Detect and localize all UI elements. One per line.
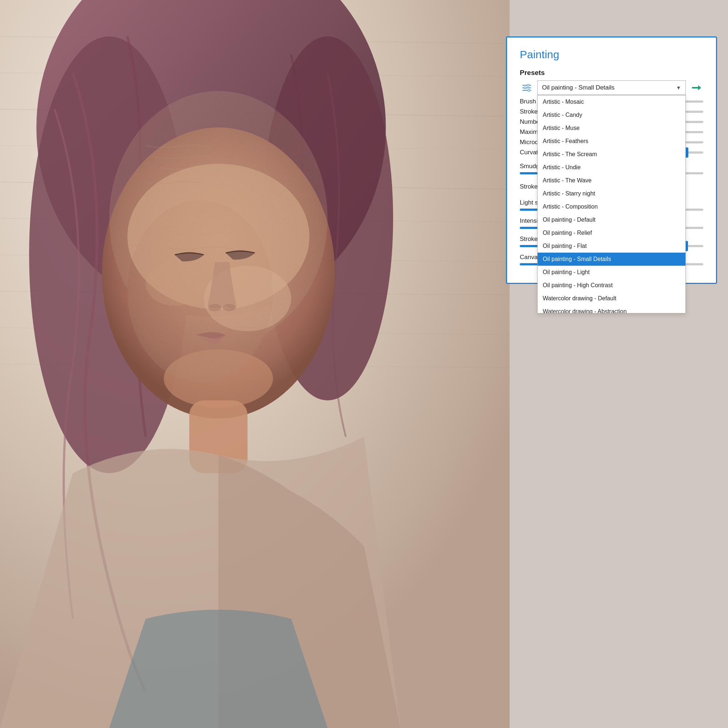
dropdown-item-16[interactable]: Watercolor drawing - Abstraction	[538, 305, 685, 314]
presets-row: Oil painting - Small Details ▼ Artistic …	[520, 80, 703, 95]
dropdown-item-12[interactable]: Oil painting - Small Details	[538, 252, 685, 266]
dropdown-item-1[interactable]: Artistic - Candy	[538, 109, 685, 122]
portrait-background	[0, 0, 509, 728]
svg-point-23	[127, 200, 273, 382]
svg-point-29	[525, 87, 526, 89]
svg-rect-27	[522, 87, 531, 89]
svg-point-26	[528, 84, 529, 86]
arrow-right-icon	[691, 83, 701, 93]
dropdown-item-13[interactable]: Oil painting - Light	[538, 266, 685, 279]
arrow-right-button[interactable]	[690, 81, 703, 95]
dropdown-item-15[interactable]: Watercolor drawing - Default	[538, 292, 685, 305]
sliders-icon	[522, 83, 532, 93]
chevron-down-icon: ▼	[676, 85, 681, 91]
dropdown-item-10[interactable]: Oil painting - Relief	[538, 226, 685, 240]
panel-title: Painting	[520, 48, 703, 61]
dropdown-item-8[interactable]: Artistic - Composition	[538, 200, 685, 213]
svg-rect-24	[522, 85, 531, 86]
dropdown-item-14[interactable]: Oil painting - High Contrast	[538, 279, 685, 292]
preset-selected-value: Oil painting - Small Details	[542, 84, 615, 91]
dropdown-item-11[interactable]: Oil painting - Flat	[538, 240, 685, 252]
painting-panel: Painting Presets Oil painting - Small De…	[506, 37, 717, 284]
dropdown-item-3[interactable]: Artistic - Feathers	[538, 135, 685, 148]
sliders-icon-button[interactable]	[520, 81, 534, 95]
dropdown-item-5[interactable]: Artistic - Undie	[538, 161, 685, 174]
preset-select-wrapper: Oil painting - Small Details ▼ Artistic …	[537, 80, 686, 95]
dropdown-item-7[interactable]: Artistic - Starry night	[538, 187, 685, 200]
dropdown-item-6[interactable]: Artistic - The Wave	[538, 174, 685, 187]
svg-marker-34	[698, 85, 701, 90]
svg-point-32	[528, 90, 530, 91]
dropdown-item-2[interactable]: Artistic - Muse	[538, 122, 685, 135]
dropdown-item-0[interactable]: Artistic - Mosaic	[538, 95, 685, 109]
dropdown-item-4[interactable]: Artistic - The Scream	[538, 148, 685, 161]
preset-select-display[interactable]: Oil painting - Small Details ▼	[537, 80, 686, 95]
dropdown-item-9[interactable]: Oil painting - Default	[538, 213, 685, 226]
preset-dropdown-list: Artistic - MosaicArtistic - CandyArtisti…	[537, 95, 686, 314]
presets-label: Presets	[520, 69, 703, 77]
